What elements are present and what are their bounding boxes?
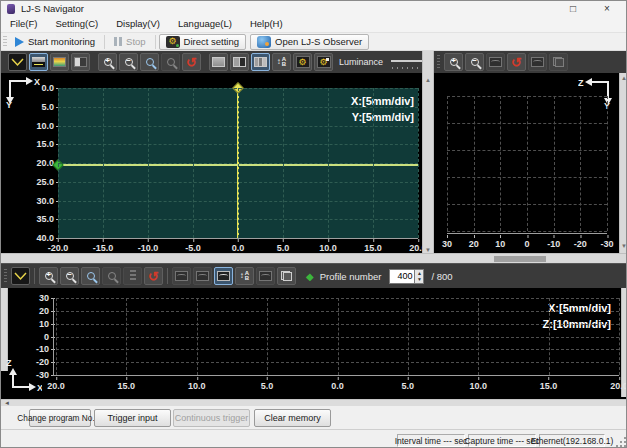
xy-plot-area[interactable]: X:[5mm/div] Y:[5mm/div]: [58, 88, 418, 238]
direct-setting-button[interactable]: ⚙ Direct setting: [159, 34, 246, 50]
image-profile-view-button[interactable]: [29, 53, 48, 71]
menu-display[interactable]: Display(V): [107, 16, 169, 32]
chart-picture-icon: [196, 271, 209, 281]
copy-icon: [553, 57, 564, 67]
gridline: [580, 96, 581, 231]
y-position-marker[interactable]: [52, 159, 63, 170]
xy-x-axis: -20.0-15.0-10.0-5.00.05.010.015.020.0: [58, 239, 418, 253]
head-setting-2-button[interactable]: ⚙: [314, 53, 333, 71]
separator: [104, 35, 105, 49]
fit-icon: [489, 57, 502, 67]
zoom-in-button[interactable]: +: [98, 53, 117, 71]
zy-zoom-out-button[interactable]: −: [465, 53, 484, 71]
xz-display-button[interactable]: [256, 267, 275, 285]
ab-compare-button[interactable]: ↕ AB: [272, 53, 291, 71]
x-position-marker[interactable]: [232, 82, 243, 93]
z-axis-line: [447, 233, 607, 234]
direct-setting-label: Direct setting: [184, 36, 239, 47]
main-toolbar: Start monitoring Stop ⚙ Direct setting O…: [1, 32, 627, 51]
vertical-scrollbar-right[interactable]: ▲ ▼: [619, 73, 627, 253]
layout-single-button[interactable]: [209, 53, 228, 71]
zy-zoom-fit-button[interactable]: [486, 53, 505, 71]
trigger-input-button[interactable]: Trigger input: [94, 409, 171, 427]
color-image-view-button[interactable]: [50, 53, 69, 71]
xz-zoom-area-button[interactable]: [81, 267, 100, 285]
separator: [155, 35, 156, 49]
profile-number-total: / 800: [431, 271, 452, 282]
xz-plot-area[interactable]: X:[5mm/div] Z:[10mm/div]: [56, 298, 619, 375]
profile-view-button[interactable]: [8, 53, 27, 71]
gridline: [447, 96, 448, 231]
stop-button[interactable]: Stop: [108, 34, 152, 50]
continuous-trigger-button[interactable]: Continuous trigger: [173, 409, 250, 427]
xz-view-2-button[interactable]: [193, 267, 212, 285]
close-button[interactable]: ×: [592, 1, 622, 16]
scrollbar-thumb[interactable]: [494, 256, 546, 262]
tick-label: 35.0: [36, 214, 54, 224]
xz-zoom-previous-button[interactable]: [102, 267, 121, 285]
z-axis-line: [53, 298, 54, 375]
layout-dual-button[interactable]: [230, 53, 249, 71]
clear-memory-button[interactable]: Clear memory: [254, 409, 331, 427]
scroll-up-icon[interactable]: ▲: [620, 75, 627, 82]
menu-setting[interactable]: Setting(C): [46, 16, 107, 32]
xz-view-3-button[interactable]: [214, 267, 233, 285]
tick-label: -5.0: [185, 243, 201, 253]
tick-label: -10: [547, 239, 560, 249]
profile-display-button[interactable]: [11, 267, 30, 285]
action-button-row: Change program No. ▼ Trigger input Conti…: [1, 406, 627, 429]
xz-view-1-button[interactable]: [172, 267, 191, 285]
profile-wave-icon: [14, 271, 27, 281]
gridline: [56, 298, 57, 375]
tick-label: 20: [39, 306, 49, 316]
profile-number-spinner[interactable]: 400 ▲ ▼: [389, 269, 424, 284]
profile-number-label: Profile number: [320, 271, 382, 282]
scroll-up-icon[interactable]: ▲: [423, 77, 433, 84]
y-div-label: Y:[5mm/div]: [351, 109, 414, 125]
zy-plot-area[interactable]: [447, 96, 607, 231]
view-toolbar: + − ↺ ↕ AB ⚙ ⚙ Luminance: [1, 51, 422, 73]
close-icon: ×: [604, 3, 610, 14]
tick-label: 10.0: [319, 243, 337, 253]
zoom-area-button[interactable]: [140, 53, 159, 71]
resize-grip[interactable]: [614, 435, 626, 447]
horizontal-scrollbar-bottom[interactable]: ◄: [1, 399, 627, 406]
menu-language[interactable]: Language(L): [169, 16, 241, 32]
menu-file[interactable]: File(F): [1, 16, 46, 32]
xz-zoom-in-button[interactable]: +: [39, 267, 58, 285]
profile-number-value[interactable]: 400: [390, 270, 414, 283]
change-program-button[interactable]: Change program No. ▼: [29, 409, 91, 427]
xz-zoom-reset-button[interactable]: ↺: [144, 267, 163, 285]
xz-step-button[interactable]: [123, 267, 142, 285]
xz-ab-compare-button[interactable]: ↕ AB: [235, 267, 254, 285]
zoom-previous-button[interactable]: [161, 53, 180, 71]
spin-down-icon[interactable]: ▼: [415, 276, 423, 283]
connection-status: Ethernet(192.168.0.1): [539, 434, 605, 447]
chart-picture-icon: [259, 271, 272, 281]
menu-help[interactable]: Help(H): [241, 16, 292, 32]
zy-copy-button[interactable]: [549, 53, 568, 71]
start-monitoring-button[interactable]: Start monitoring: [9, 34, 101, 50]
open-observer-button[interactable]: Open LJ-S Observer: [250, 34, 369, 50]
vertical-scrollbar-left[interactable]: ▲ ▼: [422, 51, 434, 263]
zoom-out-button[interactable]: −: [119, 53, 138, 71]
scroll-down-icon[interactable]: ▼: [620, 243, 627, 250]
gridline: [267, 298, 268, 375]
zy-display-button[interactable]: [528, 53, 547, 71]
zoom-reset-button[interactable]: ↺: [182, 53, 201, 71]
xz-zoom-out-button[interactable]: −: [60, 267, 79, 285]
open-observer-label: Open LJ-S Observer: [275, 36, 362, 47]
zy-zoom-reset-button[interactable]: ↺: [507, 53, 526, 71]
layout-triple-button[interactable]: [251, 53, 270, 71]
head-setting-1-button[interactable]: ⚙: [293, 53, 312, 71]
gridline: [447, 123, 607, 124]
maximize-button[interactable]: □: [558, 1, 588, 16]
zy-zoom-in-button[interactable]: +: [444, 53, 463, 71]
mono-image-view-button[interactable]: [71, 53, 90, 71]
gridline: [447, 231, 607, 232]
start-monitoring-label: Start monitoring: [28, 36, 95, 47]
horizontal-scrollbar-top[interactable]: [1, 253, 627, 263]
ab-compare-icon: ↕ AB: [240, 271, 249, 282]
xz-copy-button[interactable]: [277, 267, 296, 285]
maximize-icon: □: [570, 3, 576, 14]
